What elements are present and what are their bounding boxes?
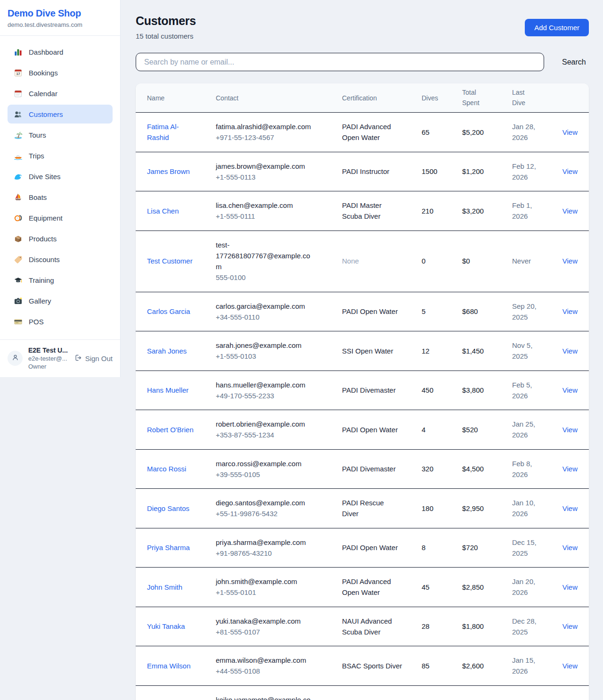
sidebar-item-calendar[interactable]: Calendar: [8, 84, 113, 103]
column-header-certification: Certification: [342, 94, 422, 102]
search-input[interactable]: [136, 53, 544, 71]
sidebar-item-label: Gallery: [29, 297, 51, 305]
customer-total-spent: $1,800: [462, 621, 512, 632]
table-row: Keiko Yamamoto keiko.yamamoto@example.co…: [136, 686, 589, 700]
view-link[interactable]: View: [562, 386, 578, 394]
sidebar-item-products[interactable]: Products: [8, 229, 113, 248]
customer-email: yuki.tanaka@example.com: [216, 616, 313, 626]
table-body: Fatima Al-Rashid fatima.alrashid@example…: [136, 113, 589, 700]
customer-dives: 320: [422, 463, 462, 474]
view-link[interactable]: View: [562, 504, 578, 512]
customer-last-dive: Jan 25, 2026: [512, 419, 546, 441]
avatar: [8, 351, 23, 366]
customers-icon: [13, 109, 23, 119]
view-link[interactable]: View: [562, 257, 578, 265]
view-link[interactable]: View: [562, 167, 578, 175]
customer-name-link[interactable]: Diego Santos: [147, 503, 189, 514]
view-link[interactable]: View: [562, 207, 578, 215]
sidebar-item-label: POS: [29, 318, 44, 326]
customer-phone: +91-98765-43210: [216, 548, 313, 559]
tours-icon: [13, 130, 23, 140]
customer-phone: +1-555-0113: [216, 172, 313, 182]
search-button[interactable]: Search: [556, 54, 592, 70]
customer-name-link[interactable]: Lisa Chen: [147, 206, 179, 216]
customer-last-dive: Never: [512, 255, 546, 266]
sidebar-item-pos[interactable]: POS: [8, 312, 113, 331]
customer-name-link[interactable]: Hans Mueller: [147, 385, 188, 395]
customer-certification: PADI Advanced Open Water: [342, 121, 402, 143]
customer-last-dive: Feb 12, 2026: [512, 161, 546, 183]
customer-certification: PADI Divemaster: [342, 385, 402, 395]
column-header-last-dive: Last Dive: [512, 88, 562, 108]
view-link[interactable]: View: [562, 583, 578, 591]
customer-email: james.brown@example.com: [216, 161, 313, 172]
customer-name-link[interactable]: Emma Wilson: [147, 660, 191, 671]
customer-name-link[interactable]: James Brown: [147, 166, 190, 177]
customer-name-link[interactable]: Yuki Tanaka: [147, 621, 185, 632]
training-icon: [13, 275, 23, 285]
customer-total-spent: $520: [462, 424, 512, 435]
view-link[interactable]: View: [562, 307, 578, 315]
customer-name-link[interactable]: Fatima Al-Rashid: [147, 121, 194, 143]
customer-name-link[interactable]: Test Customer: [147, 255, 193, 266]
sidebar-item-trips[interactable]: Trips: [8, 146, 113, 165]
equipment-icon: [13, 213, 23, 222]
view-link[interactable]: View: [562, 544, 578, 552]
view-link[interactable]: View: [562, 622, 578, 630]
customer-last-dive: Nov 5, 2025: [512, 340, 546, 362]
customer-total-spent: $3,200: [462, 206, 512, 216]
customer-name-link[interactable]: John Smith: [147, 582, 182, 593]
customer-name-link[interactable]: Carlos Garcia: [147, 306, 190, 317]
customer-phone: +44-555-0108: [216, 666, 313, 676]
customer-total-spent: $2,850: [462, 582, 512, 593]
customer-last-dive: Feb 5, 2026: [512, 379, 546, 402]
table-row: Test Customer test-1772681807767@example…: [136, 231, 589, 292]
table-row: Diego Santos diego.santos@example.com +5…: [136, 489, 589, 528]
customer-total-spent: $2,950: [462, 503, 512, 514]
view-link[interactable]: View: [562, 426, 578, 434]
customer-phone: +971-55-123-4567: [216, 132, 313, 143]
sidebar-item-training[interactable]: Training: [8, 271, 113, 289]
pos-icon: [13, 317, 23, 326]
customer-name-link[interactable]: Priya Sharma: [147, 542, 190, 553]
customer-last-dive: Jan 20, 2026: [512, 576, 546, 598]
table-row: James Brown james.brown@example.com +1-5…: [136, 152, 589, 192]
customer-name-link[interactable]: Marco Rossi: [147, 463, 186, 474]
sidebar-item-customers[interactable]: Customers: [8, 105, 113, 124]
sidebar-item-gallery[interactable]: Gallery: [8, 291, 113, 310]
user-section: E2E Test U... e2e-tester@... Owner Sign …: [0, 339, 120, 379]
sidebar-item-label: Products: [29, 235, 57, 243]
customer-dives: 450: [422, 385, 462, 395]
view-link[interactable]: View: [562, 465, 578, 473]
customer-total-spent: $720: [462, 542, 512, 553]
sidebar-item-equipment[interactable]: Equipment: [8, 208, 113, 227]
table-header-row: Name Contact Certification Dives Total S…: [136, 83, 589, 113]
sidebar-item-label: Tours: [29, 131, 46, 139]
customer-name-link[interactable]: Robert O'Brien: [147, 424, 194, 435]
sidebar-item-bookings[interactable]: 17Bookings: [8, 63, 113, 82]
customer-certification: SSI Open Water: [342, 346, 402, 356]
add-customer-button[interactable]: Add Customer: [525, 19, 589, 36]
sign-out-button[interactable]: Sign Out: [74, 354, 113, 363]
sidebar-item-boats[interactable]: Boats: [8, 188, 113, 206]
sidebar-item-dive-sites[interactable]: Dive Sites: [8, 167, 113, 186]
customer-name-link[interactable]: Sarah Jones: [147, 346, 187, 356]
customer-dives: 210: [422, 206, 462, 216]
customer-last-dive: Jan 28, 2026: [512, 121, 546, 143]
sidebar-item-dashboard[interactable]: Dashboard: [8, 42, 113, 61]
view-link[interactable]: View: [562, 662, 578, 670]
customer-phone: +1-555-0111: [216, 211, 313, 222]
page-title: Customers: [136, 14, 196, 28]
person-icon: [11, 354, 19, 363]
customer-last-dive: Sep 20, 2025: [512, 301, 546, 323]
customer-last-dive: Jan 10, 2026: [512, 497, 546, 519]
sidebar-item-tours[interactable]: Tours: [8, 125, 113, 144]
view-link[interactable]: View: [562, 128, 578, 136]
view-link[interactable]: View: [562, 347, 578, 355]
sidebar-item-discounts[interactable]: Discounts: [8, 250, 113, 269]
customer-dives: 1500: [422, 166, 462, 177]
customer-email: fatima.alrashid@example.com: [216, 121, 313, 132]
user-role: Owner: [28, 363, 69, 370]
customer-email: test-1772681807767@example.com: [216, 239, 313, 272]
customer-email: sarah.jones@example.com: [216, 340, 313, 351]
